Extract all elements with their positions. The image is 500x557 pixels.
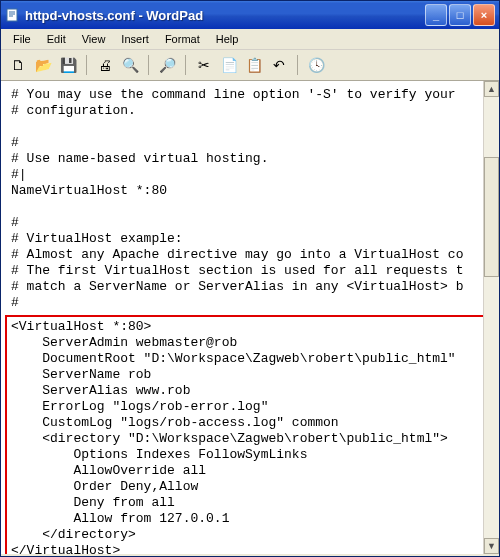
menu-edit[interactable]: Edit	[39, 31, 74, 47]
scroll-up-button[interactable]: ▲	[484, 81, 499, 97]
scroll-down-button[interactable]: ▼	[484, 538, 499, 554]
menu-file[interactable]: File	[5, 31, 39, 47]
minimize-button[interactable]: _	[425, 4, 447, 26]
toolbar: 🗋📂💾🖨🔍🔎✂📄📋↶🕓	[1, 50, 499, 81]
window-title: httpd-vhosts.conf - WordPad	[25, 8, 425, 23]
print-icon[interactable]: 🖨	[94, 54, 116, 76]
document-text[interactable]: # You may use the command line option '-…	[11, 87, 499, 311]
menu-view[interactable]: View	[74, 31, 114, 47]
window-buttons: _ □ ×	[425, 4, 495, 26]
undo-icon[interactable]: ↶	[268, 54, 290, 76]
highlighted-block[interactable]: <VirtualHost *:80> ServerAdmin webmaster…	[5, 315, 499, 554]
open-icon[interactable]: 📂	[32, 54, 54, 76]
menu-insert[interactable]: Insert	[113, 31, 157, 47]
close-button[interactable]: ×	[473, 4, 495, 26]
app-icon	[5, 7, 21, 23]
datetime-icon[interactable]: 🕓	[305, 54, 327, 76]
menubar: File Edit View Insert Format Help	[1, 29, 499, 50]
editor-area[interactable]: # You may use the command line option '-…	[1, 81, 499, 554]
toolbar-separator	[148, 55, 149, 75]
toolbar-separator	[185, 55, 186, 75]
vertical-scrollbar[interactable]: ▲ ▼	[483, 81, 499, 554]
toolbar-separator	[86, 55, 87, 75]
menu-format[interactable]: Format	[157, 31, 208, 47]
scroll-thumb[interactable]	[484, 157, 499, 277]
find-icon[interactable]: 🔎	[156, 54, 178, 76]
new-icon[interactable]: 🗋	[7, 54, 29, 76]
cut-icon[interactable]: ✂	[193, 54, 215, 76]
scroll-track[interactable]	[484, 97, 499, 538]
paste-icon[interactable]: 📋	[243, 54, 265, 76]
titlebar: httpd-vhosts.conf - WordPad _ □ ×	[1, 1, 499, 29]
menu-help[interactable]: Help	[208, 31, 247, 47]
save-icon[interactable]: 💾	[57, 54, 79, 76]
maximize-button[interactable]: □	[449, 4, 471, 26]
print-preview-icon[interactable]: 🔍	[119, 54, 141, 76]
copy-icon[interactable]: 📄	[218, 54, 240, 76]
toolbar-separator	[297, 55, 298, 75]
svg-rect-0	[7, 9, 17, 21]
